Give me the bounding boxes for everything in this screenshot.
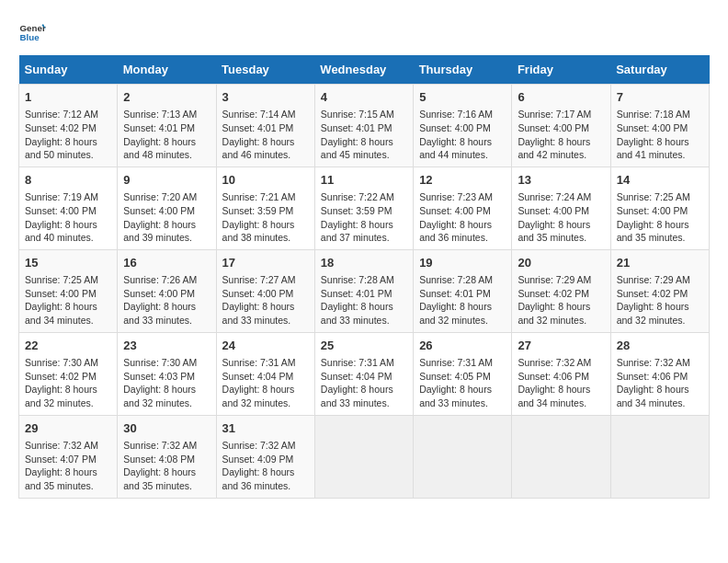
day-info: Sunrise: 7:13 AM Sunset: 4:01 PM Dayligh… [123,108,210,162]
day-number: 24 [222,338,309,354]
day-cell: 22Sunrise: 7:30 AM Sunset: 4:02 PM Dayli… [19,332,118,415]
day-cell: 16Sunrise: 7:26 AM Sunset: 4:00 PM Dayli… [118,249,216,332]
day-cell: 27Sunrise: 7:32 AM Sunset: 4:06 PM Dayli… [512,332,610,415]
page-header: General Blue [18,18,710,46]
day-cell: 14Sunrise: 7:25 AM Sunset: 4:00 PM Dayli… [610,167,709,249]
day-cell: 31Sunrise: 7:32 AM Sunset: 4:09 PM Dayli… [216,415,314,498]
day-info: Sunrise: 7:30 AM Sunset: 4:03 PM Dayligh… [123,356,210,410]
day-info: Sunrise: 7:32 AM Sunset: 4:06 PM Dayligh… [518,356,604,410]
day-cell: 24Sunrise: 7:31 AM Sunset: 4:04 PM Dayli… [216,332,314,415]
day-info: Sunrise: 7:29 AM Sunset: 4:02 PM Dayligh… [518,273,604,327]
day-number: 14 [617,172,703,189]
day-cell: 15Sunrise: 7:25 AM Sunset: 4:00 PM Dayli… [19,249,118,332]
day-cell: 30Sunrise: 7:32 AM Sunset: 4:08 PM Dayli… [118,415,216,498]
day-cell [512,415,610,498]
day-cell: 17Sunrise: 7:27 AM Sunset: 4:00 PM Dayli… [216,249,314,332]
day-info: Sunrise: 7:24 AM Sunset: 4:00 PM Dayligh… [518,190,604,245]
header-cell-wednesday: Wednesday [314,55,413,85]
day-number: 5 [419,89,506,106]
day-cell [414,415,512,498]
day-number: 3 [222,89,309,106]
day-cell: 2Sunrise: 7:13 AM Sunset: 4:01 PM Daylig… [118,85,216,167]
day-number: 8 [25,172,111,189]
day-cell: 19Sunrise: 7:28 AM Sunset: 4:01 PM Dayli… [414,249,512,332]
day-info: Sunrise: 7:28 AM Sunset: 4:01 PM Dayligh… [419,273,506,327]
day-info: Sunrise: 7:32 AM Sunset: 4:09 PM Dayligh… [222,439,309,493]
day-number: 21 [617,255,703,271]
day-info: Sunrise: 7:20 AM Sunset: 4:00 PM Dayligh… [123,190,210,245]
day-number: 15 [25,255,111,271]
day-cell: 5Sunrise: 7:16 AM Sunset: 4:00 PM Daylig… [414,85,512,167]
day-number: 10 [222,172,309,189]
day-info: Sunrise: 7:28 AM Sunset: 4:01 PM Dayligh… [321,273,407,327]
day-number: 12 [419,172,506,189]
day-cell [610,415,709,498]
day-number: 22 [25,338,111,354]
day-info: Sunrise: 7:31 AM Sunset: 4:05 PM Dayligh… [419,356,506,410]
day-number: 25 [321,338,407,354]
day-cell: 23Sunrise: 7:30 AM Sunset: 4:03 PM Dayli… [118,332,216,415]
day-number: 7 [617,89,703,106]
day-number: 6 [518,89,604,106]
header-cell-thursday: Thursday [414,55,512,85]
day-info: Sunrise: 7:18 AM Sunset: 4:00 PM Dayligh… [617,108,703,162]
logo: General Blue [18,18,51,46]
day-cell [314,415,413,498]
day-info: Sunrise: 7:31 AM Sunset: 4:04 PM Dayligh… [222,356,309,410]
week-row-1: 1Sunrise: 7:12 AM Sunset: 4:02 PM Daylig… [19,85,710,167]
day-number: 18 [321,255,407,271]
day-info: Sunrise: 7:29 AM Sunset: 4:02 PM Dayligh… [617,273,703,327]
day-info: Sunrise: 7:25 AM Sunset: 4:00 PM Dayligh… [617,190,703,245]
day-info: Sunrise: 7:22 AM Sunset: 3:59 PM Dayligh… [321,190,407,245]
day-info: Sunrise: 7:32 AM Sunset: 4:07 PM Dayligh… [25,439,111,493]
day-number: 1 [25,89,111,106]
day-info: Sunrise: 7:14 AM Sunset: 4:01 PM Dayligh… [222,108,309,162]
day-cell: 28Sunrise: 7:32 AM Sunset: 4:06 PM Dayli… [610,332,709,415]
logo-icon: General Blue [18,18,46,46]
day-cell: 26Sunrise: 7:31 AM Sunset: 4:05 PM Dayli… [414,332,512,415]
day-cell: 3Sunrise: 7:14 AM Sunset: 4:01 PM Daylig… [216,85,314,167]
day-number: 29 [25,420,111,437]
day-info: Sunrise: 7:16 AM Sunset: 4:00 PM Dayligh… [419,108,506,162]
day-number: 11 [321,172,407,189]
day-cell: 9Sunrise: 7:20 AM Sunset: 4:00 PM Daylig… [118,167,216,249]
day-cell: 11Sunrise: 7:22 AM Sunset: 3:59 PM Dayli… [314,167,413,249]
header-cell-saturday: Saturday [610,55,709,85]
day-number: 26 [419,338,506,354]
day-cell: 25Sunrise: 7:31 AM Sunset: 4:04 PM Dayli… [314,332,413,415]
svg-text:General: General [20,23,47,33]
day-info: Sunrise: 7:12 AM Sunset: 4:02 PM Dayligh… [25,108,111,162]
week-row-2: 8Sunrise: 7:19 AM Sunset: 4:00 PM Daylig… [19,167,710,249]
day-cell: 1Sunrise: 7:12 AM Sunset: 4:02 PM Daylig… [19,85,118,167]
day-cell: 8Sunrise: 7:19 AM Sunset: 4:00 PM Daylig… [19,167,118,249]
day-cell: 6Sunrise: 7:17 AM Sunset: 4:00 PM Daylig… [512,85,610,167]
day-info: Sunrise: 7:31 AM Sunset: 4:04 PM Dayligh… [321,356,407,410]
day-cell: 21Sunrise: 7:29 AM Sunset: 4:02 PM Dayli… [610,249,709,332]
day-info: Sunrise: 7:32 AM Sunset: 4:06 PM Dayligh… [617,356,703,410]
header-cell-sunday: Sunday [19,55,118,85]
header-cell-tuesday: Tuesday [216,55,314,85]
day-cell: 12Sunrise: 7:23 AM Sunset: 4:00 PM Dayli… [414,167,512,249]
day-number: 13 [518,172,604,189]
day-number: 23 [123,338,210,354]
day-info: Sunrise: 7:17 AM Sunset: 4:00 PM Dayligh… [518,108,604,162]
day-number: 17 [222,255,309,271]
week-row-4: 22Sunrise: 7:30 AM Sunset: 4:02 PM Dayli… [19,332,710,415]
header-cell-monday: Monday [118,55,216,85]
day-cell: 10Sunrise: 7:21 AM Sunset: 3:59 PM Dayli… [216,167,314,249]
day-info: Sunrise: 7:21 AM Sunset: 3:59 PM Dayligh… [222,190,309,245]
day-cell: 4Sunrise: 7:15 AM Sunset: 4:01 PM Daylig… [314,85,413,167]
day-cell: 20Sunrise: 7:29 AM Sunset: 4:02 PM Dayli… [512,249,610,332]
day-number: 16 [123,255,210,271]
day-number: 30 [123,420,210,437]
day-number: 9 [123,172,210,189]
day-number: 20 [518,255,604,271]
day-info: Sunrise: 7:27 AM Sunset: 4:00 PM Dayligh… [222,273,309,327]
header-cell-friday: Friday [512,55,610,85]
svg-text:Blue: Blue [20,32,40,42]
day-info: Sunrise: 7:23 AM Sunset: 4:00 PM Dayligh… [419,190,506,245]
day-cell: 7Sunrise: 7:18 AM Sunset: 4:00 PM Daylig… [610,85,709,167]
day-cell: 29Sunrise: 7:32 AM Sunset: 4:07 PM Dayli… [19,415,118,498]
day-info: Sunrise: 7:30 AM Sunset: 4:02 PM Dayligh… [25,356,111,410]
day-number: 19 [419,255,506,271]
